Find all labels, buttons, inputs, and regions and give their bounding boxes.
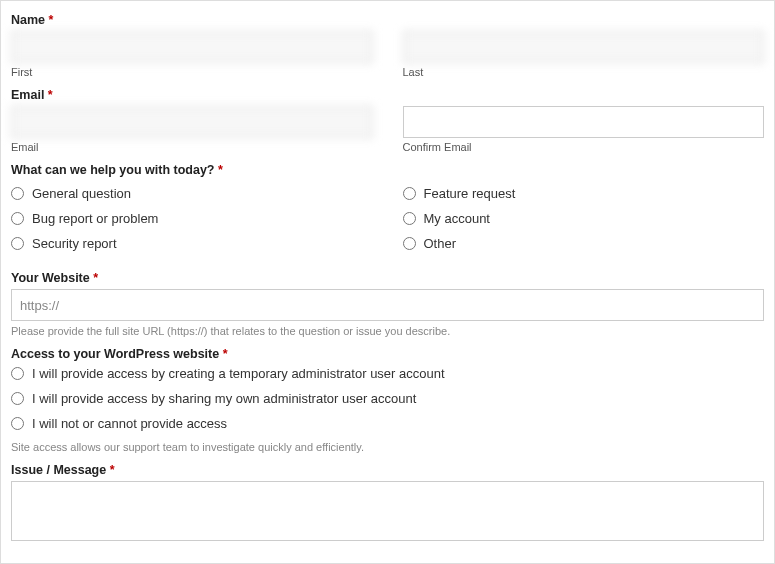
radio-bug-report[interactable]: Bug report or problem — [11, 211, 373, 226]
name-section: Name * First Last — [11, 13, 764, 78]
radio-access-own-admin[interactable]: I will provide access by sharing my own … — [11, 391, 764, 406]
radio-general-question[interactable]: General question — [11, 186, 373, 201]
radio-label: Other — [424, 236, 457, 251]
issue-textarea[interactable] — [11, 481, 764, 541]
radio-label: I will not or cannot provide access — [32, 416, 227, 431]
email-section: Email * Email Confirm Email — [11, 88, 764, 153]
required-asterisk: * — [110, 463, 115, 477]
email-sublabel: Email — [11, 141, 373, 153]
radio-label: I will provide access by creating a temp… — [32, 366, 445, 381]
required-asterisk: * — [223, 347, 228, 361]
access-help-text: Site access allows our support team to i… — [11, 441, 764, 453]
radio-label: General question — [32, 186, 131, 201]
radio-input[interactable] — [11, 212, 24, 225]
radio-security-report[interactable]: Security report — [11, 236, 373, 251]
website-section: Your Website * Please provide the full s… — [11, 271, 764, 337]
first-name-input[interactable] — [11, 31, 373, 63]
radio-input[interactable] — [403, 187, 416, 200]
last-name-sublabel: Last — [403, 66, 765, 78]
last-name-input[interactable] — [403, 31, 765, 63]
help-options-left: General question Bug report or problem S… — [11, 181, 373, 261]
website-help-text: Please provide the full site URL (https:… — [11, 325, 764, 337]
website-label-text: Your Website — [11, 271, 90, 285]
radio-label: I will provide access by sharing my own … — [32, 391, 416, 406]
required-asterisk: * — [48, 88, 53, 102]
issue-label-text: Issue / Message — [11, 463, 106, 477]
radio-input[interactable] — [11, 417, 24, 430]
email-label: Email * — [11, 88, 764, 102]
required-asterisk: * — [93, 271, 98, 285]
access-label-text: Access to your WordPress website — [11, 347, 219, 361]
help-options-right: Feature request My account Other — [403, 181, 765, 261]
access-label: Access to your WordPress website * — [11, 347, 764, 361]
radio-feature-request[interactable]: Feature request — [403, 186, 765, 201]
radio-label: My account — [424, 211, 490, 226]
name-label: Name * — [11, 13, 764, 27]
radio-my-account[interactable]: My account — [403, 211, 765, 226]
support-form: Name * First Last Email * Email — [0, 0, 775, 564]
radio-input[interactable] — [11, 367, 24, 380]
radio-other[interactable]: Other — [403, 236, 765, 251]
radio-input[interactable] — [11, 237, 24, 250]
radio-label: Feature request — [424, 186, 516, 201]
help-label: What can we help you with today? * — [11, 163, 764, 177]
radio-access-temp-admin[interactable]: I will provide access by creating a temp… — [11, 366, 764, 381]
help-label-text: What can we help you with today? — [11, 163, 215, 177]
radio-label: Bug report or problem — [32, 211, 158, 226]
help-section: What can we help you with today? * Gener… — [11, 163, 764, 261]
radio-input[interactable] — [403, 212, 416, 225]
confirm-email-input[interactable] — [403, 106, 765, 138]
required-asterisk: * — [218, 163, 223, 177]
required-asterisk: * — [49, 13, 54, 27]
email-input[interactable] — [11, 106, 373, 138]
website-input[interactable] — [11, 289, 764, 321]
first-name-sublabel: First — [11, 66, 373, 78]
email-label-text: Email — [11, 88, 44, 102]
name-label-text: Name — [11, 13, 45, 27]
access-section: Access to your WordPress website * I wil… — [11, 347, 764, 453]
website-label: Your Website * — [11, 271, 764, 285]
confirm-email-sublabel: Confirm Email — [403, 141, 765, 153]
radio-input[interactable] — [11, 187, 24, 200]
radio-access-none[interactable]: I will not or cannot provide access — [11, 416, 764, 431]
radio-input[interactable] — [403, 237, 416, 250]
radio-label: Security report — [32, 236, 117, 251]
radio-input[interactable] — [11, 392, 24, 405]
issue-section: Issue / Message * — [11, 463, 764, 544]
issue-label: Issue / Message * — [11, 463, 764, 477]
